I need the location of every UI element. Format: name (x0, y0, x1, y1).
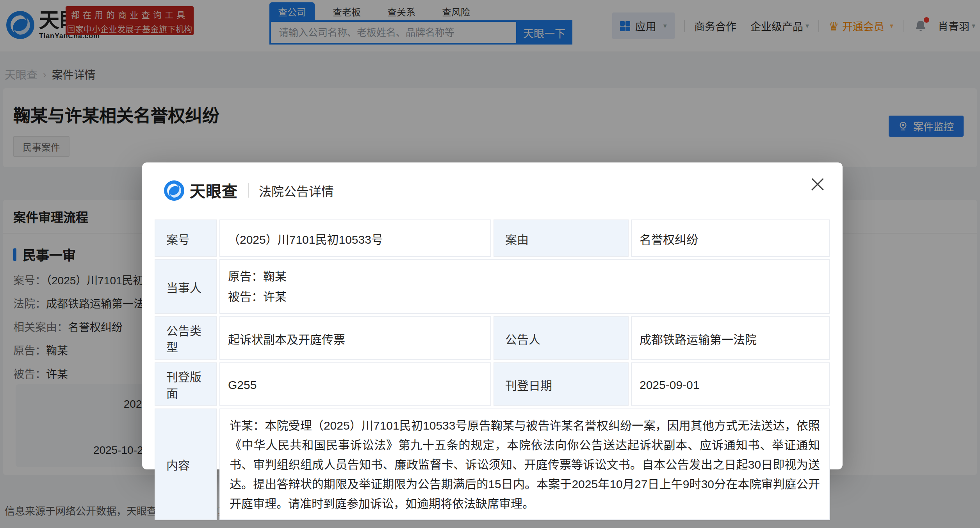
cause-value: 名誉权纠纷 (631, 219, 830, 257)
page-value: G255 (219, 362, 491, 406)
table-row: 公告类型 起诉状副本及开庭传票 公告人 成都铁路运输第一法院 (155, 316, 830, 360)
table-row: 内容 许某：本院受理（2025）川7101民初10533号原告鞠某与被告许某名誉… (155, 408, 830, 520)
case-no-label: 案号 (155, 219, 217, 257)
type-label: 公告类型 (155, 316, 217, 360)
page-label: 刊登版面 (155, 362, 217, 406)
modal-close-button[interactable] (811, 177, 825, 191)
modal-title-divider (248, 183, 249, 198)
modal-header: 天眼查 法院公告详情 (164, 179, 334, 202)
court-announcement-modal: 天眼查 法院公告详情 案号 （2025）川7101民初10533号 案由 名誉权… (142, 162, 843, 469)
announcement-table: 案号 （2025）川7101民初10533号 案由 名誉权纠纷 当事人 原告：鞠… (152, 217, 832, 523)
date-value: 2025-09-01 (631, 362, 830, 406)
tianyancha-swirl-icon (164, 180, 184, 200)
party-label: 当事人 (155, 259, 217, 314)
table-row: 案号 （2025）川7101民初10533号 案由 名誉权纠纷 (155, 219, 830, 257)
announcer-value: 成都铁路运输第一法院 (631, 316, 830, 360)
content-label: 内容 (155, 408, 217, 520)
date-label: 刊登日期 (494, 362, 629, 406)
type-value: 起诉状副本及开庭传票 (219, 316, 491, 360)
modal-brand-text: 天眼查 (190, 179, 238, 202)
modal-title: 法院公告详情 (259, 181, 334, 200)
case-no-value: （2025）川7101民初10533号 (219, 219, 491, 257)
page: 天眼查 TianYanCha.com 都在用的商业查询工具 国家中小企业发展子基… (0, 0, 980, 528)
announcer-label: 公告人 (494, 316, 629, 360)
content-value: 许某：本院受理（2025）川7101民初10533号原告鞠某与被告许某名誉权纠纷… (219, 408, 830, 520)
cause-label: 案由 (494, 219, 629, 257)
table-row: 刊登版面 G255 刊登日期 2025-09-01 (155, 362, 830, 406)
table-row: 当事人 原告：鞠某 被告：许某 (155, 259, 830, 314)
party-value: 原告：鞠某 被告：许某 (219, 259, 830, 314)
close-icon (811, 177, 825, 191)
